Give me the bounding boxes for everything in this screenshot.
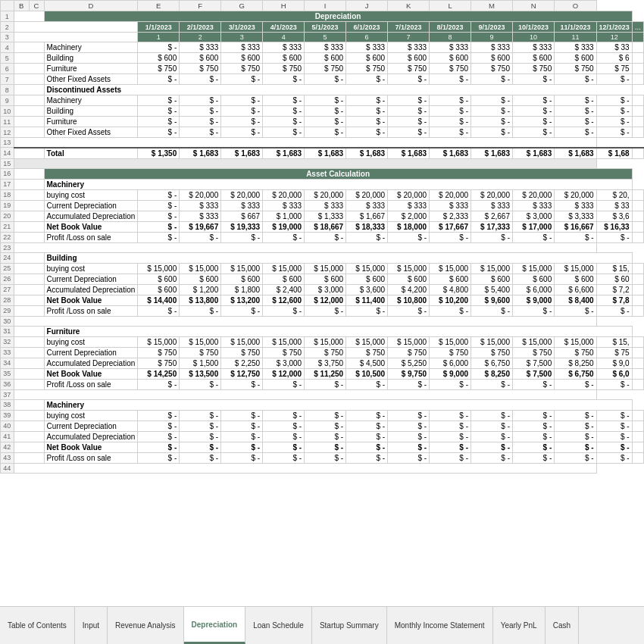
data-cell: $ 750 xyxy=(346,64,388,74)
tab-monthly-income-statement[interactable]: Monthly Income Statement xyxy=(387,607,493,644)
asset-data-cell: $ 17,333 xyxy=(471,221,513,232)
asset-data-cell: $ - xyxy=(305,452,346,463)
asset-data-cell: $ 20,000 xyxy=(430,189,471,200)
col-E: E xyxy=(138,1,180,11)
tab-revenue-analysis[interactable]: Revenue Analysis xyxy=(108,607,184,644)
total-cell: $ 1,683 xyxy=(180,148,221,159)
row-number: 18 xyxy=(1,189,14,200)
corner-cell xyxy=(1,1,14,11)
asset-data-cell: $ 20,000 xyxy=(555,189,596,200)
data-cell-partial xyxy=(632,42,643,53)
asset-data-cell: $ - xyxy=(596,305,632,316)
data-cell: $ - xyxy=(221,117,263,127)
data-cell: $ - xyxy=(388,127,430,138)
asset-data-cell: $ - xyxy=(221,379,263,389)
row-number: 8 xyxy=(1,85,14,95)
empty-cell xyxy=(14,316,596,326)
asset-data-cell: $ 10,500 xyxy=(346,368,388,379)
data-cell: $ - xyxy=(430,74,471,85)
total-cell: $ 1,683 xyxy=(555,148,596,159)
asset-data-cell: $ 13,500 xyxy=(180,368,221,379)
row-number: 6 xyxy=(1,64,14,74)
asset-data-cell: $ - xyxy=(138,305,180,316)
empty-cell xyxy=(14,189,44,200)
data-cell: $ 333 xyxy=(180,42,221,53)
data-cell: $ - xyxy=(430,106,471,117)
num-header-0: 1 xyxy=(138,33,180,42)
asset-partial xyxy=(632,211,643,221)
row-number: 4 xyxy=(1,42,14,53)
tab-cash[interactable]: Cash xyxy=(546,607,579,644)
spreadsheet: B C D E F G H I J K L M N O 1Depreciatio… xyxy=(0,0,644,606)
data-cell: $ - xyxy=(388,95,430,106)
row-number: 28 xyxy=(1,295,14,305)
asset-data-cell: $ - xyxy=(388,410,430,420)
data-cell: $ 750 xyxy=(305,64,346,74)
data-cell: $ - xyxy=(346,74,388,85)
asset-data-cell: $ - xyxy=(305,420,346,431)
asset-data-cell: $ - xyxy=(305,305,346,316)
asset-data-cell: $ 333 xyxy=(305,200,346,211)
data-cell: $ 333 xyxy=(430,42,471,53)
data-cell: $ 750 xyxy=(471,64,513,74)
asset-data-cell: $ - xyxy=(430,442,471,452)
asset-data-cell: $ - xyxy=(138,200,180,211)
asset-data-cell: $ 15,000 xyxy=(471,336,513,347)
asset-data-cell: $ 333 xyxy=(221,200,263,211)
tab-input[interactable]: Input xyxy=(75,607,108,644)
empty-cell xyxy=(14,106,44,117)
col-C: C xyxy=(29,1,44,11)
total-partial xyxy=(632,148,643,159)
empty-cell xyxy=(14,42,44,53)
row-label: Other Fixed Assets xyxy=(44,74,138,85)
num-header-1: 2 xyxy=(180,33,221,42)
data-cell: $ - xyxy=(512,95,554,106)
row-label: Furniture xyxy=(44,64,138,74)
data-cell: $ 333 xyxy=(221,42,263,53)
row-number: 25 xyxy=(1,263,14,274)
data-cell: $ 33 xyxy=(596,42,632,53)
row-number: 23 xyxy=(1,242,14,252)
row-number: 30 xyxy=(1,316,14,326)
asset-data-cell: $ - xyxy=(596,420,632,431)
tab-depreciation[interactable]: Depreciation xyxy=(184,607,246,644)
asset-partial xyxy=(632,305,643,316)
empty-cell xyxy=(14,85,44,95)
empty-cell xyxy=(14,22,138,33)
num-header-4: 5 xyxy=(305,33,346,42)
asset-data-cell: $ - xyxy=(263,442,305,452)
asset-data-cell: $ 12,750 xyxy=(221,368,263,379)
asset-data-cell: $ 15,000 xyxy=(388,263,430,274)
asset-data-cell: $ - xyxy=(180,420,221,431)
asset-data-cell: $ - xyxy=(305,442,346,452)
asset-data-cell: $ 2,250 xyxy=(221,358,263,368)
asset-data-cell: $ 333 xyxy=(430,200,471,211)
asset-data-cell: $ 600 xyxy=(512,274,554,284)
asset-data-cell: $ 333 xyxy=(555,200,596,211)
tab-loan-schedule[interactable]: Loan Schedule xyxy=(245,607,312,644)
asset-data-cell: $ 600 xyxy=(263,274,305,284)
data-cell: $ - xyxy=(471,127,513,138)
data-cell: $ 600 xyxy=(138,53,180,64)
tab-startup-summary[interactable]: Startup Summary xyxy=(312,607,387,644)
asset-data-cell: $ - xyxy=(430,431,471,442)
row-number: 37 xyxy=(1,389,14,399)
asset-data-cell: $ - xyxy=(180,452,221,463)
data-cell: $ 333 xyxy=(555,42,596,53)
asset-data-cell: $ - xyxy=(555,420,596,431)
tab-yearly-pnl[interactable]: Yearly PnL xyxy=(493,607,546,644)
asset-data-cell: $ - xyxy=(596,431,632,442)
tab-table-of-contents[interactable]: Table of Contents xyxy=(0,607,75,644)
data-cell: $ 750 xyxy=(221,64,263,74)
empty-cell xyxy=(14,284,44,295)
row-number: 40 xyxy=(1,420,14,431)
asset-data-cell: $ - xyxy=(430,410,471,420)
empty-cell xyxy=(14,148,44,159)
data-cell: $ - xyxy=(180,127,221,138)
data-cell: $ - xyxy=(596,106,632,117)
data-cell: $ - xyxy=(263,117,305,127)
data-cell: $ - xyxy=(221,127,263,138)
date-header-0: 1/1/2023 xyxy=(138,22,180,33)
data-cell-partial xyxy=(632,64,643,74)
asset-data-cell: $ - xyxy=(221,232,263,242)
